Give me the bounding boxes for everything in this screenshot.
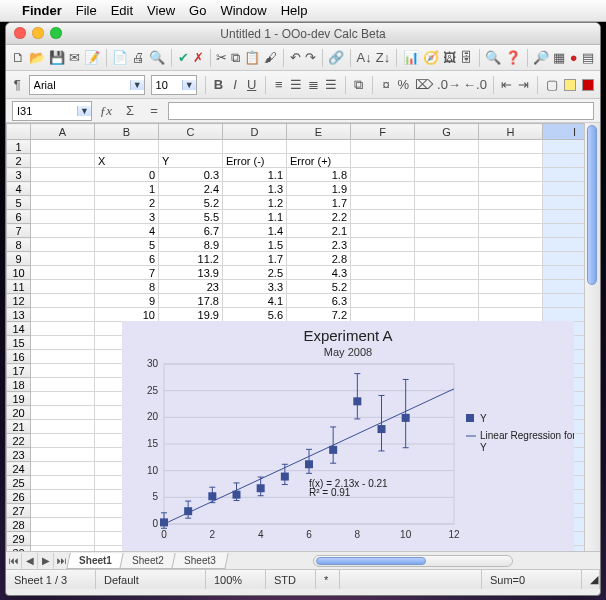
cell-B7[interactable]: 4 [95,224,159,238]
cell-A30[interactable] [31,546,95,552]
row-header-15[interactable]: 15 [7,336,31,350]
row-header-6[interactable]: 6 [7,210,31,224]
col-header-H[interactable]: H [479,124,543,140]
horizontal-scrollbar[interactable] [226,555,600,567]
cell-E7[interactable]: 2.1 [287,224,351,238]
chart-icon[interactable]: 📊 [403,48,419,68]
row-header-13[interactable]: 13 [7,308,31,322]
dropdown-icon[interactable]: ▼ [182,80,196,90]
undo-icon[interactable]: ↶ [290,48,301,68]
cell-C11[interactable]: 23 [159,280,223,294]
cell-A21[interactable] [31,420,95,434]
tab-next-icon[interactable]: ▶ [38,553,54,569]
styles-icon[interactable]: ¶ [12,75,23,95]
col-header-A[interactable]: A [31,124,95,140]
cell-B1[interactable] [95,140,159,154]
cell-B6[interactable]: 3 [95,210,159,224]
sum-icon[interactable]: Σ [120,101,140,121]
cell-F6[interactable] [351,210,415,224]
cell-A9[interactable] [31,252,95,266]
row-header-19[interactable]: 19 [7,392,31,406]
autospell-icon[interactable]: ✗ [193,48,204,68]
sort-desc-icon[interactable]: Z↓ [376,48,390,68]
file-menu[interactable]: File [76,3,97,18]
row-header-26[interactable]: 26 [7,490,31,504]
row-header-12[interactable]: 12 [7,294,31,308]
paste-icon[interactable]: 📋 [244,48,260,68]
col-header-C[interactable]: C [159,124,223,140]
cell-G6[interactable] [415,210,479,224]
cell-A22[interactable] [31,434,95,448]
row-header-21[interactable]: 21 [7,420,31,434]
cell-F9[interactable] [351,252,415,266]
cell-E10[interactable]: 4.3 [287,266,351,280]
col-header-G[interactable]: G [415,124,479,140]
font-name-combo[interactable]: ▼ [29,75,145,95]
merge-cells-icon[interactable]: ⧉ [354,75,365,95]
cell-D11[interactable]: 3.3 [223,280,287,294]
cell-A27[interactable] [31,504,95,518]
cell-G11[interactable] [415,280,479,294]
align-justify-icon[interactable]: ☰ [325,75,337,95]
row-header-28[interactable]: 28 [7,518,31,532]
cell-F5[interactable] [351,196,415,210]
cell-A1[interactable] [31,140,95,154]
cell-H4[interactable] [479,182,543,196]
cell-G13[interactable] [415,308,479,322]
cell-F7[interactable] [351,224,415,238]
cell-H9[interactable] [479,252,543,266]
preview-icon[interactable]: 🔍 [149,48,165,68]
increase-indent-icon[interactable]: ⇥ [518,75,529,95]
close-button[interactable] [14,27,26,39]
window-menu[interactable]: Window [220,3,266,18]
cell-C6[interactable]: 5.5 [159,210,223,224]
vertical-scrollbar[interactable] [584,123,600,551]
cell-A28[interactable] [31,518,95,532]
cell-D2[interactable]: Error (-) [223,154,287,168]
cell-B8[interactable]: 5 [95,238,159,252]
row-header-11[interactable]: 11 [7,280,31,294]
row-header-30[interactable]: 30 [7,546,31,552]
cell-C9[interactable]: 11.2 [159,252,223,266]
export-pdf-icon[interactable]: 📄 [112,48,128,68]
cell-F11[interactable] [351,280,415,294]
tab-prev-icon[interactable]: ◀ [22,553,38,569]
cell-G2[interactable] [415,154,479,168]
cell-C2[interactable]: Y [159,154,223,168]
cell-H7[interactable] [479,224,543,238]
tab-first-icon[interactable]: ⏮ [6,553,22,569]
tab-sheet1[interactable]: Sheet1 [66,553,124,569]
copy-icon[interactable]: ⧉ [231,48,240,68]
cell-A8[interactable] [31,238,95,252]
cell-A4[interactable] [31,182,95,196]
hyperlink-icon[interactable]: 🔗 [328,48,344,68]
cell-F4[interactable] [351,182,415,196]
cell-A26[interactable] [31,490,95,504]
cell-B11[interactable]: 8 [95,280,159,294]
view-menu[interactable]: View [147,3,175,18]
grid-icon[interactable]: ▤ [582,48,594,68]
percent-icon[interactable]: % [397,75,409,95]
cell-E13[interactable]: 7.2 [287,308,351,322]
cell-F2[interactable] [351,154,415,168]
cell-B12[interactable]: 9 [95,294,159,308]
currency-icon[interactable]: ¤ [381,75,392,95]
cell-H2[interactable] [479,154,543,168]
cell-E2[interactable]: Error (+) [287,154,351,168]
cell-G10[interactable] [415,266,479,280]
cell-reference-input[interactable] [13,105,77,117]
cell-G7[interactable] [415,224,479,238]
row-header-8[interactable]: 8 [7,238,31,252]
edit-doc-icon[interactable]: 📝 [84,48,100,68]
borders-icon[interactable]: ▢ [546,75,558,95]
help-icon[interactable]: ❓ [505,48,521,68]
cell-B10[interactable]: 7 [95,266,159,280]
cell-E4[interactable]: 1.9 [287,182,351,196]
col-header-B[interactable]: B [95,124,159,140]
row-header-23[interactable]: 23 [7,448,31,462]
col-header-F[interactable]: F [351,124,415,140]
font-size-combo[interactable]: ▼ [151,75,197,95]
cell-E9[interactable]: 2.8 [287,252,351,266]
cell-A5[interactable] [31,196,95,210]
cell-E3[interactable]: 1.8 [287,168,351,182]
